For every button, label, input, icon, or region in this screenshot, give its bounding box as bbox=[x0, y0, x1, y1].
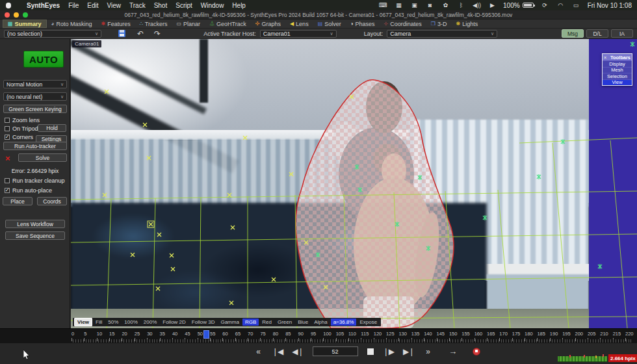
bluetooth-icon[interactable]: ᛒ bbox=[457, 2, 465, 8]
place-button[interactable]: Place bbox=[3, 197, 32, 205]
camera-app-icon[interactable]: ✿ bbox=[441, 2, 450, 8]
rewind-button[interactable]: « bbox=[254, 347, 263, 356]
toolbars-window[interactable]: × Toolbars DisplayMeshSelectionView bbox=[602, 53, 632, 86]
tracker-marker[interactable] bbox=[157, 233, 161, 237]
keyboard-icon[interactable]: ⌨ bbox=[379, 2, 387, 8]
tab-planar[interactable]: ▭Planar bbox=[172, 20, 205, 28]
view-toolbar-view[interactable]: View bbox=[74, 318, 92, 326]
corners-checkbox[interactable]: Corners bbox=[5, 134, 33, 140]
tracker-marker[interactable] bbox=[231, 226, 235, 229]
fast-forward-button[interactable]: » bbox=[423, 347, 432, 356]
tracker-marker[interactable] bbox=[147, 156, 151, 160]
step-forward-button[interactable]: ❘▶ bbox=[383, 347, 394, 356]
green-screen-keying-button[interactable]: Green Screen Keying bbox=[3, 105, 67, 113]
tracker-marker[interactable] bbox=[170, 254, 174, 257]
auto-button[interactable]: AUTO bbox=[23, 51, 64, 68]
menu-item-track[interactable]: Track bbox=[129, 2, 146, 9]
camera-viewport[interactable]: Camera01 ViewFill50%100%200%Follow 2DFol… bbox=[71, 39, 637, 328]
tracker-marker[interactable] bbox=[395, 222, 399, 227]
stop-button[interactable] bbox=[367, 348, 374, 355]
wifi-icon[interactable]: ◠ bbox=[556, 2, 565, 8]
timeline-ruler[interactable]: 0510152025303540455055606570758085909510… bbox=[0, 328, 637, 343]
checkbox-icon[interactable] bbox=[5, 135, 10, 140]
go-to-start-button[interactable]: ❘◀ bbox=[272, 347, 283, 356]
on-tripod-checkbox[interactable]: On Tripod bbox=[5, 125, 38, 132]
tracker-marker[interactable] bbox=[171, 267, 175, 271]
tab-summary[interactable]: ▦Summary bbox=[3, 20, 47, 28]
toolbars-row-selection[interactable]: Selection bbox=[603, 73, 632, 79]
motion-dropdown[interactable]: Normal Motion ∨ bbox=[3, 80, 67, 88]
tracker-marker[interactable] bbox=[630, 42, 634, 47]
menu-item-help[interactable]: Help bbox=[232, 2, 246, 9]
go-to-end-button[interactable]: ▶❘ bbox=[403, 347, 414, 356]
checkbox-icon[interactable] bbox=[5, 118, 10, 123]
tracker-marker[interactable] bbox=[272, 278, 276, 281]
tracker-marker[interactable] bbox=[229, 301, 233, 305]
clear-solve-icon[interactable]: × bbox=[5, 154, 10, 162]
save-sequence-button[interactable]: Save Sequence bbox=[5, 231, 65, 240]
tracker-marker[interactable] bbox=[243, 136, 247, 140]
tab-features[interactable]: ✱Features bbox=[96, 20, 135, 28]
tracker-marker[interactable] bbox=[156, 287, 160, 291]
app-grid-icon[interactable]: ▦ bbox=[395, 2, 403, 8]
step-back-button[interactable]: ◀❘ bbox=[292, 347, 303, 356]
msg-button[interactable]: Msg bbox=[562, 29, 584, 38]
lens-workflow-button[interactable]: Lens Workflow bbox=[5, 220, 65, 228]
tracker-marker[interactable] bbox=[358, 187, 362, 192]
menu-item-edit[interactable]: Edit bbox=[87, 2, 98, 9]
layout-dropdown[interactable]: Camera ∨ bbox=[387, 30, 497, 38]
save-icon[interactable] bbox=[118, 30, 125, 37]
tab-trackers[interactable]: ∴Trackers bbox=[135, 20, 172, 28]
toolbars-row-mesh[interactable]: Mesh bbox=[603, 67, 632, 73]
view-toolbar-gamma[interactable]: Gamma bbox=[218, 318, 241, 326]
menu-item-shot[interactable]: Shot bbox=[154, 2, 168, 9]
view-toolbar-50-[interactable]: 50% bbox=[105, 318, 121, 326]
menu-item-syntheyes[interactable]: SynthEyes bbox=[27, 2, 60, 9]
tracker-marker[interactable] bbox=[304, 240, 308, 244]
play-circle-icon[interactable]: ▶ bbox=[488, 2, 497, 8]
tracker-marker[interactable] bbox=[537, 174, 541, 179]
tab-3-d[interactable]: ❒3-D bbox=[426, 20, 452, 28]
tracker-marker[interactable] bbox=[105, 90, 109, 94]
tab-coordinates[interactable]: ⊹Coordinates bbox=[380, 20, 426, 28]
toolbars-window-titlebar[interactable]: × Toolbars bbox=[603, 54, 632, 60]
ia-button[interactable]: IA bbox=[611, 29, 633, 38]
update-icon[interactable]: ⟳ bbox=[541, 2, 549, 8]
host-dropdown[interactable]: Camera01 ∨ bbox=[260, 30, 337, 38]
tab-roto-masking[interactable]: ◕Roto Masking bbox=[47, 20, 97, 28]
checkbox-icon[interactable] bbox=[5, 126, 10, 131]
toolbars-row-display[interactable]: Display bbox=[603, 60, 632, 67]
close-icon[interactable]: × bbox=[604, 55, 606, 60]
menu-item-script[interactable]: Script bbox=[176, 2, 192, 9]
playhead[interactable] bbox=[203, 330, 209, 339]
run-autotracker-button[interactable]: Run Auto-tracker bbox=[3, 142, 67, 150]
view-toolbar-follow-2d[interactable]: Follow 2D bbox=[160, 318, 188, 326]
zoom-lens-checkbox[interactable]: Zoom lens bbox=[5, 117, 40, 124]
tracker-marker[interactable] bbox=[103, 193, 107, 197]
tracker-marker[interactable] bbox=[418, 175, 422, 180]
toolbars-row-view[interactable]: View bbox=[603, 79, 632, 86]
tracker-marker[interactable] bbox=[483, 215, 487, 220]
view-toolbar-alpha[interactable]: Alpha bbox=[311, 318, 330, 326]
redo-button[interactable]: ↷ bbox=[154, 29, 161, 38]
view-toolbar-red[interactable]: Red bbox=[259, 318, 274, 326]
tab-lens[interactable]: ◀Lens bbox=[285, 20, 313, 28]
checkbox-icon[interactable] bbox=[5, 188, 10, 193]
tracker-marker[interactable] bbox=[561, 139, 565, 144]
solve-button[interactable]: Solve bbox=[18, 153, 67, 162]
apple-menu-icon[interactable] bbox=[5, 2, 12, 8]
tracker-marker[interactable] bbox=[350, 95, 354, 99]
tracker-marker[interactable] bbox=[131, 253, 135, 257]
view-toolbar-200-[interactable]: 200% bbox=[141, 318, 159, 326]
menu-item-window[interactable]: Window bbox=[201, 2, 224, 9]
view-toolbar-fill[interactable]: Fill bbox=[93, 318, 105, 326]
maximize-window-button[interactable] bbox=[23, 12, 28, 18]
volume-icon[interactable]: ◀)) bbox=[473, 2, 481, 8]
tracker-marker[interactable] bbox=[324, 285, 328, 289]
neural-net-dropdown[interactable]: (no neural net) ∨ bbox=[3, 92, 67, 101]
tracker-marker[interactable] bbox=[149, 222, 153, 226]
view-toolbar-green[interactable]: Green bbox=[275, 318, 294, 326]
close-window-button[interactable] bbox=[5, 12, 10, 18]
current-frame-field[interactable]: 52 bbox=[313, 346, 358, 356]
run-auto-place-checkbox[interactable]: Run auto-place bbox=[5, 187, 52, 194]
